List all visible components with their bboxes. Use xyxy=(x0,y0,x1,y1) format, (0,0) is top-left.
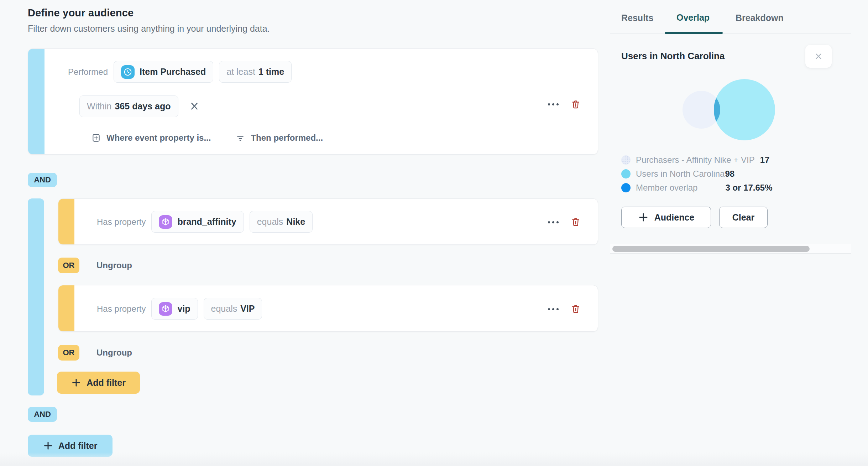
audience-builder-screen: Define your audience Filter down custome… xyxy=(0,0,868,466)
property-name: brand_affinity xyxy=(177,217,236,227)
property-value: Nike xyxy=(286,217,305,227)
frequency-prefix: at least xyxy=(226,67,255,77)
time-window-row: Within 365 days ago xyxy=(79,95,200,117)
or-badge-2[interactable]: OR xyxy=(58,345,79,361)
where-event-property-action[interactable]: Where event property is... xyxy=(91,133,211,143)
and-badge-2[interactable]: AND xyxy=(28,407,57,422)
close-icon xyxy=(814,52,823,61)
event-filter-row: Performed Item Purchased at least 1 time xyxy=(68,61,292,83)
clear-button[interactable]: Clear xyxy=(719,207,768,228)
then-performed-label: Then performed... xyxy=(251,133,323,143)
legend-row-overlap: Member overlap 3 or 17.65% xyxy=(621,183,773,193)
panel-horizontal-scrollbar-track xyxy=(610,244,851,254)
legend-value: 17 xyxy=(760,155,770,165)
operator-label: equals xyxy=(211,304,237,314)
property-filter-trash-icon[interactable] xyxy=(571,304,581,314)
then-performed-action[interactable]: Then performed... xyxy=(236,133,323,143)
panel-close-button[interactable] xyxy=(805,45,832,68)
event-filter-actions-row: Where event property is... Then performe… xyxy=(91,131,323,145)
legend-swatch-overlap xyxy=(621,183,631,192)
legend-swatch-right-set xyxy=(621,169,631,178)
legend-row-right-set: Users in North Carolina 98 xyxy=(621,169,734,179)
legend-label: Member overlap xyxy=(636,183,697,193)
property-chip[interactable]: vip xyxy=(151,298,198,320)
and-badge-label: AND xyxy=(34,175,51,185)
group-add-filter-button[interactable]: Add filter xyxy=(57,372,140,394)
legend-value: 3 or 17.65% xyxy=(725,183,772,193)
or-group-accent-bar xyxy=(28,198,44,395)
property-filter-more-icon[interactable] xyxy=(548,221,559,224)
frequency-chip[interactable]: at least 1 time xyxy=(219,61,292,83)
event-chip[interactable]: Item Purchased xyxy=(114,61,213,83)
tab-breakdown[interactable]: Breakdown xyxy=(736,13,784,23)
overlap-panel-title: Users in North Carolina xyxy=(621,51,725,62)
ungroup-action-2[interactable]: Ungroup xyxy=(96,348,132,358)
plus-icon xyxy=(71,378,81,388)
tab-results[interactable]: Results xyxy=(621,13,653,23)
overlap-venn-diagram xyxy=(676,74,783,145)
group-add-filter-label: Add filter xyxy=(87,378,126,388)
has-property-label: Has property xyxy=(97,217,146,227)
operator-label: equals xyxy=(257,217,283,227)
tabs-divider xyxy=(610,33,851,33)
property-value: VIP xyxy=(240,304,255,314)
tab-overlap[interactable]: Overlap xyxy=(676,12,710,23)
performed-label: Performed xyxy=(68,67,108,77)
legend-swatch-left-set xyxy=(621,155,631,165)
has-property-label: Has property xyxy=(97,304,146,314)
legend-row-left-set: Purchasers - Affinity Nike + VIP 17 xyxy=(621,155,769,165)
event-filter-accent-bar xyxy=(28,49,45,154)
or-badge-label: OR xyxy=(63,261,75,270)
property-filter-card-1: Has property brand_affinity equals Nike xyxy=(58,198,598,245)
add-audience-button[interactable]: Audience xyxy=(621,207,711,228)
panel-horizontal-scrollbar-thumb[interactable] xyxy=(612,246,810,252)
event-filter-trash-icon[interactable] xyxy=(571,99,581,109)
boxed-plus-icon xyxy=(91,133,101,143)
clear-label: Clear xyxy=(732,212,755,223)
operator-value-chip[interactable]: equals VIP xyxy=(204,298,262,320)
filter-lines-icon xyxy=(236,133,245,143)
remove-time-window-icon[interactable] xyxy=(189,101,200,112)
legend-value: 98 xyxy=(725,169,734,179)
legend-label: Purchasers - Affinity Nike + VIP xyxy=(636,155,755,165)
property-filter-more-icon[interactable] xyxy=(548,307,559,311)
page-subtitle: Filter down customers using anything in … xyxy=(28,24,270,34)
property-filter-accent-bar xyxy=(58,199,74,244)
root-add-filter-label: Add filter xyxy=(58,441,98,451)
bottom-edge-fade xyxy=(0,452,868,466)
property-chip[interactable]: brand_affinity xyxy=(151,211,244,233)
cube-icon xyxy=(159,215,172,229)
page-title: Define your audience xyxy=(28,7,134,19)
time-window-value: 365 days ago xyxy=(115,101,171,112)
root-add-filter-button[interactable]: Add filter xyxy=(28,435,113,457)
property-filter-trash-icon[interactable] xyxy=(571,217,581,227)
event-name: Item Purchased xyxy=(140,67,206,77)
time-window-chip[interactable]: Within 365 days ago xyxy=(79,95,178,117)
event-filter-card: Performed Item Purchased at least 1 time… xyxy=(28,48,598,155)
property-filter-row: Has property brand_affinity equals Nike xyxy=(97,211,313,233)
legend-label: Users in North Carolina xyxy=(636,169,725,179)
clock-icon xyxy=(121,65,135,79)
property-filter-row: Has property vip equals VIP xyxy=(97,298,262,320)
time-window-prefix: Within xyxy=(87,101,111,112)
property-name: vip xyxy=(177,304,190,314)
property-filter-card-2: Has property vip equals VIP xyxy=(58,285,598,332)
operator-value-chip[interactable]: equals Nike xyxy=(250,211,313,233)
active-tab-underline xyxy=(665,32,723,34)
property-filter-accent-bar xyxy=(58,285,74,331)
cube-icon xyxy=(159,302,172,316)
event-filter-more-icon[interactable] xyxy=(548,103,559,106)
venn-right-circle xyxy=(714,79,775,140)
plus-icon xyxy=(43,441,53,451)
or-badge-1[interactable]: OR xyxy=(58,258,79,273)
frequency-value: 1 time xyxy=(258,67,284,77)
ungroup-action-1[interactable]: Ungroup xyxy=(96,260,132,270)
plus-icon xyxy=(638,212,649,223)
or-badge-label: OR xyxy=(63,348,75,357)
add-audience-label: Audience xyxy=(654,212,695,223)
and-badge-label: AND xyxy=(34,410,51,419)
and-badge[interactable]: AND xyxy=(28,173,57,187)
where-event-property-label: Where event property is... xyxy=(106,133,211,143)
